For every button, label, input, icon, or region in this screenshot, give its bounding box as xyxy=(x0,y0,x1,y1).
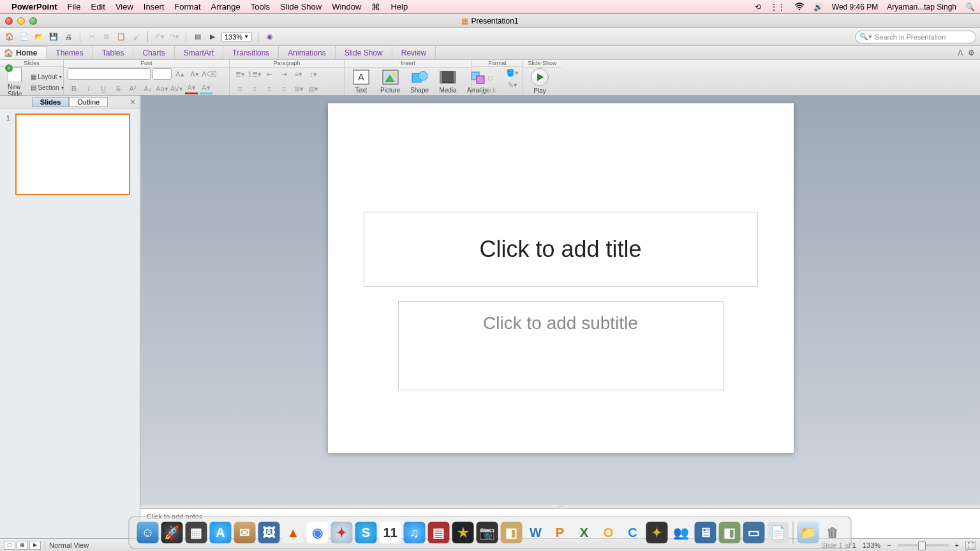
highlight-button[interactable]: A▾ xyxy=(200,83,212,94)
open-icon[interactable]: 📂 xyxy=(33,31,45,43)
char-spacing-button[interactable]: AV▾ xyxy=(170,83,183,94)
sync-icon[interactable]: ⟲ xyxy=(755,3,761,11)
menu-arrange[interactable]: Arrange xyxy=(211,2,241,11)
strike-button[interactable]: S̶ xyxy=(112,83,124,94)
dock-word[interactable]: W xyxy=(525,522,547,543)
script-menu-icon[interactable]: ⌘ xyxy=(371,2,380,12)
menu-file[interactable]: File xyxy=(68,2,81,11)
italic-button[interactable]: I xyxy=(82,83,95,94)
dock-safari[interactable]: ✦ xyxy=(331,522,353,543)
dock-app4[interactable]: ✦ xyxy=(646,522,668,543)
zoom-selector[interactable]: 133%▼ xyxy=(221,32,252,42)
dock-app3[interactable]: ◧ xyxy=(501,522,523,543)
paste-icon[interactable]: 📋 xyxy=(115,31,127,43)
spotlight-icon[interactable]: 🔍 xyxy=(965,3,975,11)
app-menu[interactable]: PowerPoint xyxy=(11,2,57,11)
insert-text-button[interactable]: AText xyxy=(348,69,374,94)
dock-finder[interactable]: ☺ xyxy=(137,522,159,543)
slideshow-run-icon[interactable]: ▶ xyxy=(207,31,218,43)
dock-app5[interactable]: ◧ xyxy=(719,522,741,543)
menu-window[interactable]: Window xyxy=(332,2,361,11)
align-right-button[interactable]: ≡ xyxy=(263,83,276,94)
change-case-button[interactable]: Aa▾ xyxy=(156,83,168,94)
menu-help[interactable]: Help xyxy=(390,2,408,11)
ribbon-settings-icon[interactable]: ⚙ xyxy=(968,48,975,57)
tab-transitions[interactable]: Transitions xyxy=(223,46,279,59)
font-family-select[interactable] xyxy=(68,68,151,80)
shrink-font-button[interactable]: A▾ xyxy=(188,68,201,80)
justify-button[interactable]: ≡ xyxy=(278,83,290,94)
user-name[interactable]: Aryaman...tap Singh xyxy=(887,3,956,11)
dock-chrome[interactable]: ◉ xyxy=(307,522,329,543)
align-center-button[interactable]: ≡ xyxy=(248,83,261,94)
slide-thumbnail-1[interactable] xyxy=(15,114,130,195)
slide[interactable]: Click to add title Click to add subtitle xyxy=(328,103,794,453)
insert-shape-button[interactable]: Shape xyxy=(406,69,433,94)
slide-canvas[interactable]: Click to add title Click to add subtitle xyxy=(140,96,980,504)
play-button[interactable]: Play xyxy=(527,68,553,94)
new-slide-button[interactable]: + New Slide xyxy=(4,67,26,98)
tab-charts[interactable]: Charts xyxy=(133,46,174,59)
dock-outlook[interactable]: O xyxy=(598,522,620,543)
copy-icon[interactable]: ⧉ xyxy=(101,31,112,43)
layout-button[interactable]: ▦Layout▼ xyxy=(28,72,67,82)
search-input[interactable]: 🔍▾ Search in Presentation xyxy=(855,31,976,43)
menu-tools[interactable]: Tools xyxy=(251,2,270,11)
superscript-button[interactable]: A² xyxy=(126,83,139,94)
dock-app7[interactable]: 📄 xyxy=(768,522,789,543)
dock-mission[interactable]: ▦ xyxy=(186,522,207,543)
dock-app2[interactable]: ▤ xyxy=(428,522,450,543)
volume-icon[interactable]: 🔊 xyxy=(813,3,823,11)
menu-view[interactable]: View xyxy=(115,2,133,11)
help-icon[interactable]: ◉ xyxy=(264,31,276,43)
font-size-select[interactable] xyxy=(152,68,172,80)
align-left-button[interactable]: ≡ xyxy=(234,83,246,94)
dock-calendar[interactable]: 11 xyxy=(380,522,401,543)
wifi-icon[interactable] xyxy=(794,2,805,12)
shape-fill-button[interactable]: 🪣▾ xyxy=(506,67,519,78)
undo-icon[interactable]: ↶▾ xyxy=(154,31,165,43)
format-painter-icon[interactable]: 🖌 xyxy=(130,31,142,43)
slideshow-view-button[interactable]: ▶ xyxy=(29,541,41,550)
dock-powerpoint[interactable]: P xyxy=(549,522,571,543)
slidesorter-icon[interactable]: ▤ xyxy=(192,31,204,43)
dock-launchpad[interactable]: 🚀 xyxy=(161,522,183,543)
line-spacing-button[interactable]: ≡▾ xyxy=(292,68,305,80)
cut-icon[interactable]: ✂ xyxy=(86,31,98,43)
dock-vlc[interactable]: ▲ xyxy=(283,522,304,543)
dock-excel[interactable]: X xyxy=(574,522,595,543)
zoom-window-button[interactable] xyxy=(29,17,37,25)
zoom-in-button[interactable]: + xyxy=(955,541,959,549)
tab-home[interactable]: 🏠Home xyxy=(0,46,47,59)
clear-format-button[interactable]: A⌫ xyxy=(203,68,216,80)
print-icon[interactable]: 🖨 xyxy=(63,31,74,43)
sorter-view-button[interactable]: ▦ xyxy=(17,541,28,550)
dock-photobooth[interactable]: 📷 xyxy=(477,522,498,543)
insert-picture-button[interactable]: Picture xyxy=(376,69,404,94)
bullets-button[interactable]: ≣▾ xyxy=(234,68,246,80)
numbering-button[interactable]: 1≣▾ xyxy=(248,68,261,80)
menu-insert[interactable]: Insert xyxy=(144,2,165,11)
redo-icon[interactable]: ↷▾ xyxy=(168,31,180,43)
tab-smartart[interactable]: SmartArt xyxy=(175,46,223,59)
clock-text[interactable]: Wed 9:46 PM xyxy=(832,3,878,11)
font-color-button[interactable]: A▾ xyxy=(185,83,198,94)
dock-mail[interactable]: ✉ xyxy=(234,522,256,543)
home-icon[interactable]: 🏠 xyxy=(4,31,15,43)
tab-animations[interactable]: Animations xyxy=(279,46,335,59)
close-panel-icon[interactable]: ✕ xyxy=(130,98,136,107)
dock-app6[interactable]: ▭ xyxy=(743,522,765,543)
subscript-button[interactable]: A₂ xyxy=(141,83,154,94)
panel-tab-outline[interactable]: Outline xyxy=(69,97,108,107)
dock-appstore[interactable]: A xyxy=(210,522,232,543)
minimize-window-button[interactable] xyxy=(17,17,25,25)
tab-tables[interactable]: Tables xyxy=(93,46,134,59)
align-text-button[interactable]: ⊞▾ xyxy=(292,83,305,94)
notes-splitter[interactable] xyxy=(140,504,980,509)
subtitle-placeholder[interactable]: Click to add subtitle xyxy=(398,301,724,390)
bluetooth-icon[interactable]: ⋮⋮ xyxy=(770,3,785,11)
dock-imovie[interactable]: ★ xyxy=(452,522,474,543)
tab-slideshow[interactable]: Slide Show xyxy=(336,46,392,59)
dock-skype[interactable]: S xyxy=(355,522,377,543)
dock-folder[interactable]: 📁 xyxy=(798,522,819,543)
